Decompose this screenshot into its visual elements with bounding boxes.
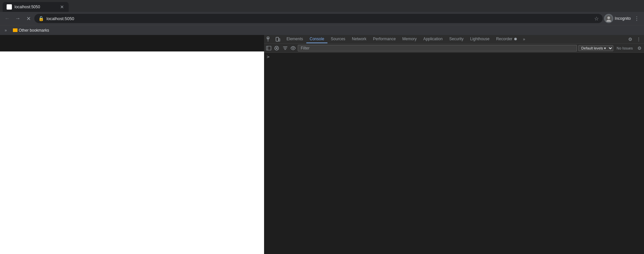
inspect-element-button[interactable] (265, 35, 273, 43)
incognito-button[interactable]: Incognito (615, 16, 631, 21)
console-filter-toggle[interactable] (282, 45, 288, 51)
devtools-left-icons (264, 35, 283, 43)
page-body (0, 51, 264, 254)
devtools-more-button[interactable]: ⋮ (635, 35, 643, 43)
no-issues-label: No Issues (617, 46, 633, 50)
console-settings-button[interactable]: ⚙ (636, 45, 643, 51)
page-header-bar (0, 35, 264, 51)
nav-right-controls: Incognito ⋮ (604, 14, 641, 23)
folder-icon (13, 28, 17, 32)
devtools-panel: Elements Console Sources Network Perform… (264, 35, 644, 254)
console-filter-input[interactable] (298, 45, 577, 51)
back-button[interactable]: ← (3, 14, 12, 23)
forward-button[interactable]: → (13, 14, 22, 23)
console-level-select[interactable]: Default levels ▾ (578, 45, 613, 51)
reload-button[interactable]: ✕ (24, 14, 33, 23)
tab-bar: localhost:5050 ✕ (0, 0, 644, 12)
devtools-tabs-overflow-button[interactable]: » (521, 35, 527, 43)
tab-close-button[interactable]: ✕ (59, 4, 65, 10)
svg-rect-3 (267, 37, 269, 39)
lock-icon: 🔒 (38, 16, 44, 21)
tab-memory[interactable]: Memory (399, 35, 420, 43)
devtools-tabs: Elements Console Sources Network Perform… (283, 35, 625, 43)
svg-point-11 (292, 48, 294, 49)
bookmarks-overflow-label: » (5, 28, 7, 33)
bookmarks-bar: » Other bookmarks (0, 25, 644, 35)
url-text: localhost:5050 (47, 16, 592, 21)
console-content: > (264, 53, 644, 254)
active-tab[interactable]: localhost:5050 ✕ (3, 2, 69, 12)
nav-bar: ← → ✕ 🔒 localhost:5050 ☆ Incognito ⋮ (0, 12, 644, 25)
tab-lighthouse[interactable]: Lighthouse (467, 35, 493, 43)
console-toolbar: Default levels ▾ No Issues ⚙ (264, 44, 644, 53)
devtools-toolbar: Elements Console Sources Network Perform… (264, 35, 644, 44)
tab-title: localhost:5050 (15, 5, 57, 9)
page-content (0, 35, 264, 254)
tab-elements[interactable]: Elements (283, 35, 306, 43)
tab-console[interactable]: Console (306, 35, 327, 43)
tab-recorder[interactable]: Recorder ⏺ (493, 35, 521, 43)
console-clear-button[interactable] (273, 45, 280, 51)
other-bookmarks-item[interactable]: Other bookmarks (10, 27, 52, 33)
other-bookmarks-label: Other bookmarks (19, 28, 49, 33)
svg-rect-5 (279, 39, 280, 41)
console-chevron-icon: > (267, 54, 269, 59)
profile-avatar[interactable] (604, 14, 613, 23)
tab-security[interactable]: Security (446, 35, 467, 43)
tab-performance[interactable]: Performance (370, 35, 399, 43)
incognito-label: Incognito (615, 16, 631, 21)
svg-rect-6 (266, 46, 271, 50)
browser-chrome: localhost:5050 ✕ ← → ✕ 🔒 localhost:5050 … (0, 0, 644, 35)
device-toolbar-button[interactable] (274, 35, 282, 43)
address-bar[interactable]: 🔒 localhost:5050 ☆ (34, 14, 603, 23)
console-prompt[interactable]: > (264, 53, 644, 61)
tab-network[interactable]: Network (349, 35, 370, 43)
devtools-settings-button[interactable]: ⚙ (626, 35, 634, 43)
chrome-menu-button[interactable]: ⋮ (632, 14, 641, 23)
tab-sources[interactable]: Sources (327, 35, 349, 43)
console-no-issues-button[interactable]: No Issues (615, 46, 635, 51)
main-area: Elements Console Sources Network Perform… (0, 35, 644, 254)
bookmark-star-icon[interactable]: ☆ (594, 16, 599, 22)
console-sidebar-toggle[interactable] (265, 45, 272, 51)
tab-application[interactable]: Application (420, 35, 446, 43)
svg-rect-4 (276, 37, 279, 41)
console-eye-button[interactable] (290, 45, 296, 51)
devtools-right-icons: ⚙ ⋮ (625, 35, 644, 43)
svg-point-1 (607, 16, 610, 19)
tab-favicon (7, 4, 12, 10)
bookmarks-overflow-button[interactable]: » (3, 27, 9, 33)
